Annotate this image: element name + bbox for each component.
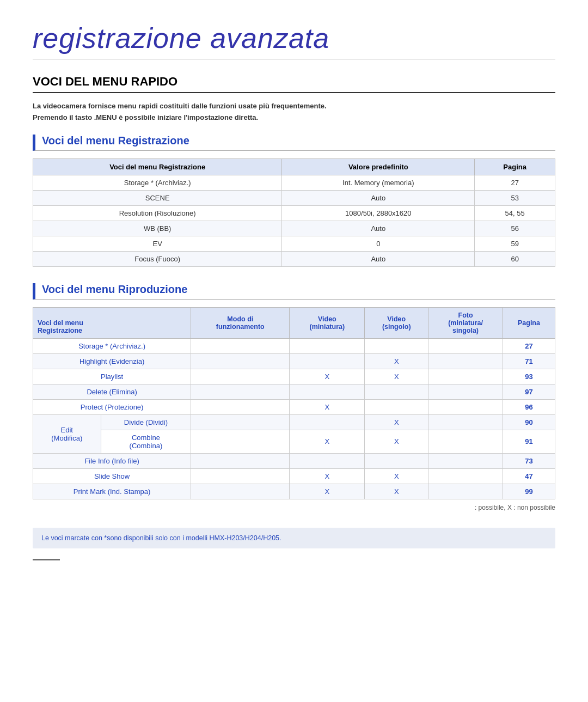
playback-note: : possibile, X : non possibile: [33, 504, 555, 511]
desc-line2-end: è possibile iniziare l'impostazione dire…: [117, 113, 259, 121]
footnote-text: Le voci marcate con *sono disponibili so…: [41, 534, 281, 542]
reg-section-heading: Voci del menu Registrazione: [33, 135, 555, 151]
table-row: Storage * (Archiviaz.)Int. Memory (memor…: [33, 175, 555, 190]
table-row: Resolution (Risoluzione)1080/50i, 2880x1…: [33, 205, 555, 221]
table-row: Focus (Fuoco)Auto60: [33, 251, 555, 266]
playback-section: Voci del menu Riproduzione Voci del menu…: [33, 283, 555, 511]
table-row: Storage * (Archiviaz.)27: [33, 338, 555, 353]
page-title: registrazione avanzata: [33, 22, 555, 59]
bottom-divider: [33, 559, 60, 560]
playback-table: Voci del menuRegistrazione Modo difunzio…: [33, 307, 555, 499]
reg-col-header-2: Valore predefinito: [282, 158, 475, 175]
table-row: Delete (Elimina)97: [33, 384, 555, 399]
table-row: Slide ShowXX47: [33, 468, 555, 484]
desc-line2-start: Premendo il tasto: [33, 113, 94, 121]
play-col-header-foto: Foto(miniatura/singola): [428, 307, 503, 338]
table-row: SCENEAuto53: [33, 190, 555, 205]
table-row: WB (BB)Auto56: [33, 221, 555, 236]
play-col-header-mode: Modo difunzionamento: [191, 307, 290, 338]
reg-col-header-1: Voci del menu Registrazione: [33, 158, 282, 175]
desc-line1: La videocamera fornisce menu rapidi cost…: [33, 102, 327, 110]
play-col-header-video-mini: Video(miniatura): [290, 307, 365, 338]
table-row: PlaylistXX93: [33, 369, 555, 384]
desc-bold: .MENU: [94, 113, 117, 121]
table-row: Protect (Protezione)X96: [33, 399, 555, 414]
play-section-heading: Voci del menu Riproduzione: [33, 283, 555, 300]
table-row: Print Mark (Ind. Stampa)XX99: [33, 484, 555, 499]
registration-section: Voci del menu Registrazione Voci del men…: [33, 135, 555, 267]
footnote-box: Le voci marcate con *sono disponibili so…: [33, 528, 555, 548]
section-description: La videocamera fornisce menu rapidi cost…: [33, 101, 555, 124]
play-col-header-page: Pagina: [503, 307, 555, 338]
main-section-heading: VOCI DEL MENU RAPIDO: [33, 75, 555, 93]
table-row: File Info (Info file)73: [33, 453, 555, 468]
table-row: Edit(Modifica)Divide (Dividi)X90: [33, 414, 555, 430]
table-row: Highlight (Evidenzia)X71: [33, 353, 555, 369]
reg-col-header-3: Pagina: [475, 158, 555, 175]
table-row: Combine(Combina)XX91: [33, 430, 555, 453]
registration-table: Voci del menu Registrazione Valore prede…: [33, 158, 555, 267]
play-col-header-1: Voci del menuRegistrazione: [33, 307, 191, 338]
play-col-header-video-single: Video(singolo): [365, 307, 428, 338]
table-row: EV059: [33, 236, 555, 251]
